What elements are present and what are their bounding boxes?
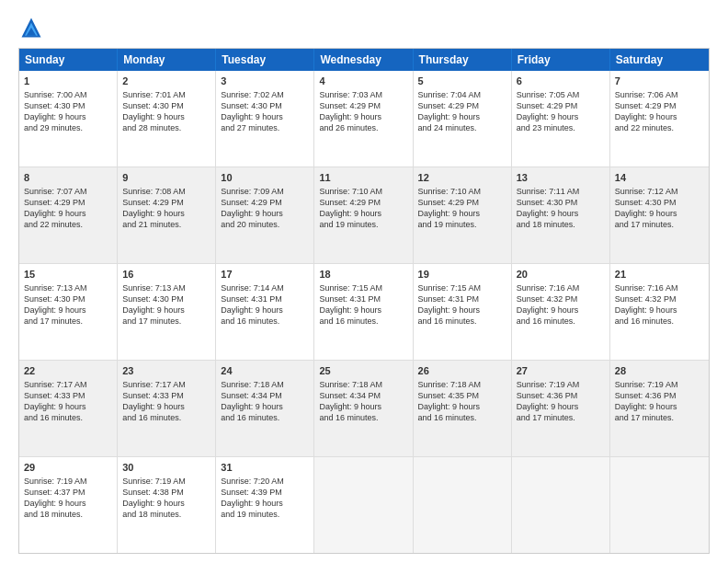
day-number: 18 xyxy=(319,268,407,282)
day-number: 17 xyxy=(221,268,309,282)
calendar-body: 1Sunrise: 7:00 AMSunset: 4:30 PMDaylight… xyxy=(19,71,709,553)
day-number: 30 xyxy=(122,461,210,475)
day-number: 4 xyxy=(319,75,407,88)
day-cell-3: 3Sunrise: 7:02 AMSunset: 4:30 PMDaylight… xyxy=(216,71,314,167)
day-info: Sunrise: 7:08 AMSunset: 4:29 PMDaylight:… xyxy=(122,186,210,231)
day-info: Sunrise: 7:13 AMSunset: 4:30 PMDaylight:… xyxy=(122,282,210,327)
day-header-thursday: Thursday xyxy=(414,49,512,71)
day-number: 3 xyxy=(221,75,309,88)
day-info: Sunrise: 7:18 AMSunset: 4:35 PMDaylight:… xyxy=(418,379,506,424)
day-info: Sunrise: 7:07 AMSunset: 4:29 PMDaylight:… xyxy=(24,186,112,231)
day-header-saturday: Saturday xyxy=(610,49,709,71)
day-number: 19 xyxy=(418,268,506,282)
day-number: 9 xyxy=(122,171,210,185)
day-info: Sunrise: 7:00 AMSunset: 4:30 PMDaylight:… xyxy=(24,89,112,134)
day-number: 31 xyxy=(221,461,309,475)
day-cell-5: 5Sunrise: 7:04 AMSunset: 4:29 PMDaylight… xyxy=(414,71,512,167)
day-number: 8 xyxy=(24,171,112,185)
day-cell-13: 13Sunrise: 7:11 AMSunset: 4:30 PMDayligh… xyxy=(512,167,610,263)
day-number: 23 xyxy=(122,364,210,378)
day-number: 12 xyxy=(418,171,506,185)
day-number: 11 xyxy=(319,171,407,185)
logo xyxy=(18,15,48,40)
day-cell-6: 6Sunrise: 7:05 AMSunset: 4:29 PMDaylight… xyxy=(512,71,610,167)
day-cell-19: 19Sunrise: 7:15 AMSunset: 4:31 PMDayligh… xyxy=(414,264,512,360)
day-header-tuesday: Tuesday xyxy=(216,49,314,71)
day-number: 26 xyxy=(418,364,506,378)
day-info: Sunrise: 7:02 AMSunset: 4:30 PMDaylight:… xyxy=(221,89,309,134)
day-info: Sunrise: 7:17 AMSunset: 4:33 PMDaylight:… xyxy=(122,379,210,424)
day-cell-22: 22Sunrise: 7:17 AMSunset: 4:33 PMDayligh… xyxy=(19,361,118,456)
day-number: 15 xyxy=(24,268,112,282)
day-number: 29 xyxy=(24,461,112,475)
day-cell-18: 18Sunrise: 7:15 AMSunset: 4:31 PMDayligh… xyxy=(314,264,413,360)
day-info: Sunrise: 7:15 AMSunset: 4:31 PMDaylight:… xyxy=(418,282,506,327)
day-cell-17: 17Sunrise: 7:14 AMSunset: 4:31 PMDayligh… xyxy=(216,264,314,360)
calendar: SundayMondayTuesdayWednesdayThursdayFrid… xyxy=(18,48,710,554)
day-cell-23: 23Sunrise: 7:17 AMSunset: 4:33 PMDayligh… xyxy=(118,361,216,456)
day-number: 28 xyxy=(615,364,704,378)
day-number: 21 xyxy=(615,268,704,282)
day-cell-24: 24Sunrise: 7:18 AMSunset: 4:34 PMDayligh… xyxy=(216,361,314,456)
day-number: 1 xyxy=(24,75,112,88)
day-info: Sunrise: 7:14 AMSunset: 4:31 PMDaylight:… xyxy=(221,282,309,327)
day-cell-10: 10Sunrise: 7:09 AMSunset: 4:29 PMDayligh… xyxy=(216,167,314,263)
day-cell-16: 16Sunrise: 7:13 AMSunset: 4:30 PMDayligh… xyxy=(118,264,216,360)
day-info: Sunrise: 7:18 AMSunset: 4:34 PMDaylight:… xyxy=(221,379,309,424)
day-cell-25: 25Sunrise: 7:18 AMSunset: 4:34 PMDayligh… xyxy=(314,361,413,456)
day-info: Sunrise: 7:19 AMSunset: 4:36 PMDaylight:… xyxy=(615,379,704,424)
day-info: Sunrise: 7:19 AMSunset: 4:36 PMDaylight:… xyxy=(517,379,605,424)
day-number: 5 xyxy=(418,75,506,88)
day-info: Sunrise: 7:13 AMSunset: 4:30 PMDaylight:… xyxy=(24,282,112,327)
day-cell-29: 29Sunrise: 7:19 AMSunset: 4:37 PMDayligh… xyxy=(19,457,118,553)
day-number: 2 xyxy=(122,75,210,88)
day-number: 14 xyxy=(615,171,704,185)
day-number: 20 xyxy=(517,268,605,282)
day-cell-26: 26Sunrise: 7:18 AMSunset: 4:35 PMDayligh… xyxy=(414,361,512,456)
page: SundayMondayTuesdayWednesdayThursdayFrid… xyxy=(0,0,728,563)
day-cell-28: 28Sunrise: 7:19 AMSunset: 4:36 PMDayligh… xyxy=(610,361,709,456)
day-cell-21: 21Sunrise: 7:16 AMSunset: 4:32 PMDayligh… xyxy=(610,264,709,360)
empty-cell xyxy=(610,457,709,553)
day-number: 25 xyxy=(319,364,407,378)
day-info: Sunrise: 7:10 AMSunset: 4:29 PMDaylight:… xyxy=(418,186,506,231)
day-header-monday: Monday xyxy=(118,49,216,71)
day-info: Sunrise: 7:19 AMSunset: 4:38 PMDaylight:… xyxy=(122,476,210,521)
day-info: Sunrise: 7:06 AMSunset: 4:29 PMDaylight:… xyxy=(615,89,704,134)
day-number: 7 xyxy=(615,75,704,88)
day-info: Sunrise: 7:20 AMSunset: 4:39 PMDaylight:… xyxy=(221,476,309,521)
day-number: 27 xyxy=(517,364,605,378)
day-info: Sunrise: 7:01 AMSunset: 4:30 PMDaylight:… xyxy=(122,89,210,134)
day-cell-20: 20Sunrise: 7:16 AMSunset: 4:32 PMDayligh… xyxy=(512,264,610,360)
day-cell-4: 4Sunrise: 7:03 AMSunset: 4:29 PMDaylight… xyxy=(314,71,413,167)
empty-cell xyxy=(512,457,610,553)
calendar-row: 1Sunrise: 7:00 AMSunset: 4:30 PMDaylight… xyxy=(19,71,709,167)
day-number: 24 xyxy=(221,364,309,378)
empty-cell xyxy=(414,457,512,553)
day-cell-14: 14Sunrise: 7:12 AMSunset: 4:30 PMDayligh… xyxy=(610,167,709,263)
day-number: 16 xyxy=(122,268,210,282)
day-info: Sunrise: 7:11 AMSunset: 4:30 PMDaylight:… xyxy=(517,186,605,231)
day-number: 13 xyxy=(517,171,605,185)
day-info: Sunrise: 7:12 AMSunset: 4:30 PMDaylight:… xyxy=(615,186,704,231)
day-cell-31: 31Sunrise: 7:20 AMSunset: 4:39 PMDayligh… xyxy=(216,457,314,553)
day-info: Sunrise: 7:16 AMSunset: 4:32 PMDaylight:… xyxy=(615,282,704,327)
day-cell-9: 9Sunrise: 7:08 AMSunset: 4:29 PMDaylight… xyxy=(118,167,216,263)
day-cell-30: 30Sunrise: 7:19 AMSunset: 4:38 PMDayligh… xyxy=(118,457,216,553)
day-header-friday: Friday xyxy=(512,49,610,71)
day-info: Sunrise: 7:04 AMSunset: 4:29 PMDaylight:… xyxy=(418,89,506,134)
day-cell-15: 15Sunrise: 7:13 AMSunset: 4:30 PMDayligh… xyxy=(19,264,118,360)
day-header-sunday: Sunday xyxy=(19,49,118,71)
day-cell-27: 27Sunrise: 7:19 AMSunset: 4:36 PMDayligh… xyxy=(512,361,610,456)
calendar-row: 22Sunrise: 7:17 AMSunset: 4:33 PMDayligh… xyxy=(19,360,709,456)
day-number: 10 xyxy=(221,171,309,185)
calendar-row: 15Sunrise: 7:13 AMSunset: 4:30 PMDayligh… xyxy=(19,263,709,360)
day-cell-11: 11Sunrise: 7:10 AMSunset: 4:29 PMDayligh… xyxy=(314,167,413,263)
day-cell-8: 8Sunrise: 7:07 AMSunset: 4:29 PMDaylight… xyxy=(19,167,118,263)
day-info: Sunrise: 7:18 AMSunset: 4:34 PMDaylight:… xyxy=(319,379,407,424)
empty-cell xyxy=(314,457,413,553)
day-cell-7: 7Sunrise: 7:06 AMSunset: 4:29 PMDaylight… xyxy=(610,71,709,167)
day-info: Sunrise: 7:17 AMSunset: 4:33 PMDaylight:… xyxy=(24,379,112,424)
header xyxy=(18,15,710,40)
day-cell-1: 1Sunrise: 7:00 AMSunset: 4:30 PMDaylight… xyxy=(19,71,118,167)
